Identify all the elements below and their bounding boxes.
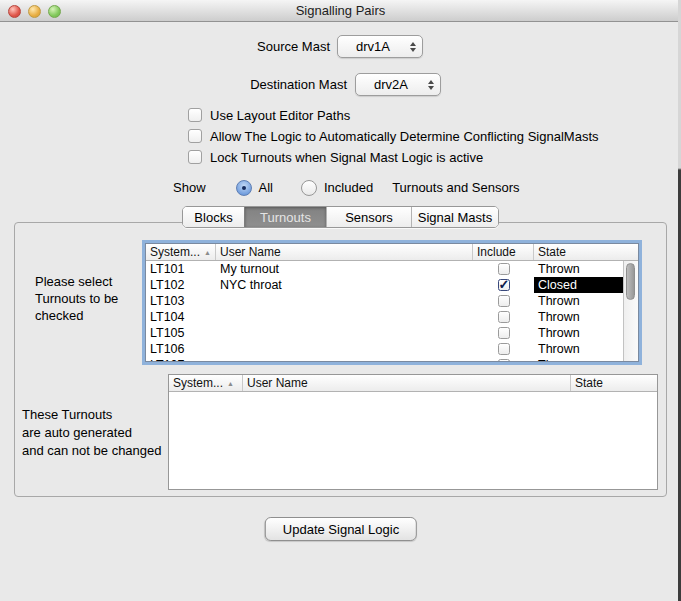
column-header-label: System... <box>150 245 200 259</box>
category-tabs: Blocks Turnouts Sensors Signal Masts <box>182 206 499 228</box>
radio-label: Included <box>324 180 373 195</box>
select-turnouts-label: Please select Turnouts to be checked <box>35 273 118 324</box>
label-line: These Turnouts <box>22 406 162 424</box>
source-mast-select[interactable]: drv1A <box>337 35 423 58</box>
radio-label: All <box>259 180 273 195</box>
show-filter-row: Show All Included Turnouts and Sensors <box>173 179 520 196</box>
checkbox-label: Use Layout Editor Paths <box>210 108 350 123</box>
include-checkbox[interactable] <box>498 311 510 323</box>
destination-mast-label: Destination Mast <box>0 77 347 93</box>
checkbox-label: Lock Turnouts when Signal Mast Logic is … <box>210 150 483 165</box>
scrollbar-thumb[interactable] <box>626 263 635 300</box>
column-header-user-name[interactable]: User Name <box>216 244 473 260</box>
cell-include <box>473 325 534 341</box>
tab-sensors[interactable]: Sensors <box>326 207 411 227</box>
include-checkbox[interactable] <box>498 343 510 355</box>
column-header-label: System... <box>173 376 223 390</box>
sort-ascending-icon: ▲ <box>227 380 234 387</box>
minimize-button-icon[interactable] <box>28 5 41 18</box>
sort-ascending-icon: ▲ <box>204 249 211 256</box>
column-header-state[interactable]: State <box>534 244 638 260</box>
checkbox-icon <box>188 129 202 143</box>
update-signal-logic-button[interactable]: Update Signal Logic <box>265 517 417 541</box>
column-header-label: Include <box>477 245 516 259</box>
cell-system-name: LT102 <box>146 277 216 293</box>
label-line: are auto generated <box>22 424 162 442</box>
radio-icon <box>301 180 317 196</box>
cell-user-name <box>216 325 473 341</box>
table-row[interactable]: LT106 Thrown <box>146 341 623 357</box>
cell-state[interactable]: Thrown <box>534 341 623 357</box>
cell-state[interactable]: Thrown <box>534 325 623 341</box>
cell-user-name <box>216 357 473 361</box>
cell-user-name: My turnout <box>216 261 473 277</box>
auto-generated-turnouts-table: System... ▲ User Name State <box>168 374 658 490</box>
column-header-user-name[interactable]: User Name <box>243 375 571 391</box>
checkbox-lock-turnouts[interactable]: Lock Turnouts when Signal Mast Logic is … <box>188 149 483 165</box>
include-checkbox[interactable] <box>498 327 510 339</box>
signalling-pairs-window: Signalling Pairs Source Mast drv1A Desti… <box>0 0 681 601</box>
zoom-button-icon[interactable] <box>48 5 61 18</box>
radio-icon <box>236 180 252 196</box>
table-row[interactable]: LT104 Thrown <box>146 309 623 325</box>
cell-state[interactable]: Closed <box>534 277 623 293</box>
include-checkbox[interactable] <box>498 295 510 307</box>
include-checkbox[interactable] <box>498 359 510 361</box>
auto-table-body <box>169 392 657 489</box>
checkbox-icon <box>188 108 202 122</box>
close-button-icon[interactable] <box>8 5 21 18</box>
cell-include <box>473 261 534 277</box>
table-row[interactable]: LT101 My turnout Thrown <box>146 261 623 277</box>
cell-system-name: LT104 <box>146 309 216 325</box>
column-header-system-name[interactable]: System... ▲ <box>169 375 243 391</box>
column-header-label: User Name <box>247 376 308 390</box>
cell-include <box>473 293 534 309</box>
tab-signal-masts[interactable]: Signal Masts <box>411 207 498 227</box>
column-header-label: State <box>538 245 566 259</box>
column-header-state[interactable]: State <box>571 375 657 391</box>
cell-system-name: LT105 <box>146 325 216 341</box>
radio-show-included[interactable]: Included <box>301 180 373 196</box>
checkbox-icon <box>188 150 202 164</box>
table-row[interactable]: LT103 Thrown <box>146 293 623 309</box>
popup-stepper-arrows-icon <box>410 36 416 57</box>
include-checkbox[interactable] <box>498 279 510 291</box>
checkbox-auto-determine-conflicting[interactable]: Allow The Logic to Automatically Determi… <box>188 128 599 144</box>
show-suffix-label: Turnouts and Sensors <box>392 180 519 195</box>
tab-turnouts[interactable]: Turnouts <box>244 207 326 227</box>
column-header-label: State <box>575 376 603 390</box>
cell-system-name: LT101 <box>146 261 216 277</box>
column-header-system-name[interactable]: System... ▲ <box>146 244 216 260</box>
cell-system-name: LT106 <box>146 341 216 357</box>
label-line: Please select <box>35 273 118 290</box>
source-mast-label: Source Mast <box>0 39 330 55</box>
table-row[interactable]: LT102 NYC throat Closed <box>146 277 623 293</box>
cell-state[interactable]: Thrown <box>534 309 623 325</box>
label-line: checked <box>35 307 118 324</box>
cell-state[interactable]: Thrown <box>534 261 623 277</box>
column-header-include[interactable]: Include <box>473 244 534 260</box>
checkbox-label: Allow The Logic to Automatically Determi… <box>210 129 599 144</box>
cell-user-name <box>216 309 473 325</box>
cell-include <box>473 309 534 325</box>
cell-user-name <box>216 293 473 309</box>
cell-system-name: LT103 <box>146 293 216 309</box>
checkbox-use-layout-editor-paths[interactable]: Use Layout Editor Paths <box>188 107 350 123</box>
show-label: Show <box>173 180 206 195</box>
include-checkbox[interactable] <box>498 263 510 275</box>
cell-include <box>473 277 534 293</box>
table-row[interactable]: LT105 Thrown <box>146 325 623 341</box>
window-controls <box>8 5 61 18</box>
titlebar[interactable]: Signalling Pairs <box>0 0 681 22</box>
tab-blocks[interactable]: Blocks <box>183 207 244 227</box>
destination-mast-select[interactable]: drv2A <box>355 73 441 96</box>
table-row-partial[interactable]: LT107 Thrown <box>146 357 623 361</box>
turnouts-table-body: LT101 My turnout Thrown LT102 NYC throat… <box>146 261 623 361</box>
column-header-label: User Name <box>220 245 281 259</box>
label-line: Turnouts to be <box>35 290 118 307</box>
cell-state[interactable]: Thrown <box>534 293 623 309</box>
cell-state[interactable]: Thrown <box>534 357 623 361</box>
vertical-scrollbar[interactable] <box>623 261 638 361</box>
cell-user-name: NYC throat <box>216 277 473 293</box>
radio-show-all[interactable]: All <box>236 180 273 196</box>
